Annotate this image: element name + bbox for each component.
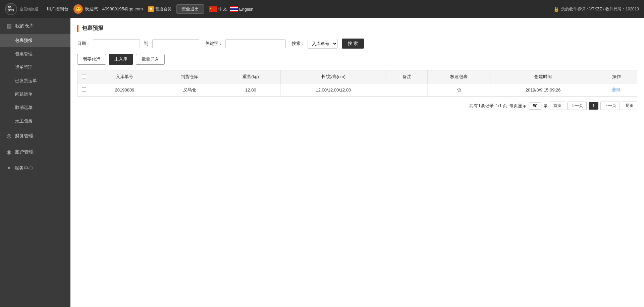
table-wrap: 入库单号 到货仓库 重量(kg) 长/宽/高(cm) 备注 极速包裹 创建时间 … <box>77 70 637 97</box>
sidebar-item-waybill-management[interactable]: 运单管理 <box>0 61 70 74</box>
row-dimensions: 12.00/12.00/12.00 <box>281 83 386 97</box>
delete-link-0[interactable]: 删除 <box>612 87 621 92</box>
next-page-button[interactable]: 下一页 <box>600 102 620 110</box>
keyword-input[interactable] <box>225 39 286 48</box>
finance-icon: ◎ <box>7 133 11 139</box>
th-checkbox <box>77 70 91 83</box>
prev-page-button[interactable]: 上一页 <box>567 102 587 110</box>
row-checkbox-cell <box>77 83 91 97</box>
parcel-table: 入库单号 到货仓库 重量(kg) 长/宽/高(cm) 备注 极速包裹 创建时间 … <box>77 70 637 97</box>
proxy-shipping-button[interactable]: 我要代运 <box>77 54 106 65</box>
sidebar-group-finance: ◎ 财务管理 <box>0 128 70 144</box>
logout-button[interactable]: 安全退出 <box>176 4 204 14</box>
sidebar-group-service-label: 服务中心 <box>14 165 33 171</box>
page-unit: 条 <box>543 103 548 109</box>
row-created-time: 2019/8/9 15:09:26 <box>490 83 596 97</box>
sidebar-item-unclaimed-parcel[interactable]: 无主包裹 <box>0 114 70 128</box>
control-label: 用户控制台 <box>47 6 68 12</box>
th-weight: 重量(kg) <box>221 70 281 83</box>
page-title: 包裹预报 <box>77 25 637 32</box>
lang-en-label: English <box>239 7 254 12</box>
sidebar-item-parcel-forecast[interactable]: 包裹预报 <box>0 34 70 47</box>
sidebar-item-shipped-waybill[interactable]: 已发货运单 <box>0 74 70 87</box>
page-size-label: 每页显示 <box>509 103 527 109</box>
sidebar-group-account-header[interactable]: ◉ 账户管理 <box>0 144 70 160</box>
flag-cn-icon <box>209 6 217 12</box>
current-page-button[interactable]: 1 <box>589 102 598 110</box>
th-remark: 备注 <box>386 70 428 83</box>
th-express: 极速包裹 <box>428 70 490 83</box>
search-type-label: 搜索： <box>292 41 305 47</box>
sidebar-item-unclaimed-parcel-label: 无主包裹 <box>15 118 33 123</box>
lang-cn-label: 中文 <box>218 6 227 12</box>
sidebar-item-shipped-waybill-label: 已发货运单 <box>15 78 37 83</box>
sidebar-group-warehouse-label: 我的仓库 <box>15 23 34 29</box>
main-content: 包裹预报 日期： 到 关键字： 搜索： 入库单号 搜 索 我要代运 未入库 批量… <box>70 18 644 307</box>
account-icon: ◉ <box>7 149 11 155</box>
lang-cn-button[interactable]: 中文 <box>209 6 227 12</box>
row-warehouse: 义乌仓 <box>158 83 221 97</box>
page-size-input[interactable] <box>529 102 541 110</box>
lang-en-button[interactable]: English <box>230 6 254 12</box>
sidebar-group-account-label: 账户管理 <box>15 149 34 155</box>
th-created-time: 创建时间 <box>490 70 596 83</box>
select-all-checkbox[interactable] <box>82 74 86 78</box>
logo-sub: 全景物流通 <box>20 7 38 12</box>
th-warehouse: 到货仓库 <box>158 70 221 83</box>
sidebar-item-waybill-management-label: 运单管理 <box>15 65 33 70</box>
page-info: 1/1 页 <box>496 103 507 109</box>
search-button[interactable]: 搜 索 <box>342 39 364 49</box>
not-in-warehouse-button[interactable]: 未入库 <box>109 54 133 65</box>
row-weight: 12.00 <box>221 83 281 97</box>
avatar-area: 🙂 欢迎您，409889195@qq.com <box>73 4 143 14</box>
date-to-input[interactable] <box>152 39 199 48</box>
sidebar-item-parcel-forecast-label: 包裹预报 <box>15 38 33 43</box>
search-bar: 日期： 到 关键字： 搜索： 入库单号 搜 索 <box>77 39 637 49</box>
date-to-label: 到 <box>144 41 148 47</box>
sidebar-group-warehouse-header[interactable]: ▤ 我的仓库 <box>0 18 70 34</box>
flag-th-icon <box>230 6 238 12</box>
receiver-text: 您的收件标识：VTKZZ / 收件代号：102010 <box>561 6 639 12</box>
sidebar-item-cancel-waybill[interactable]: 取消运单 <box>0 101 70 114</box>
avatar: 🙂 <box>73 4 83 14</box>
receiver-info: 🔒 您的收件标识：VTKZZ / 收件代号：102010 <box>553 6 639 12</box>
sidebar-group-service: ✦ 服务中心 <box>0 160 70 176</box>
sidebar-group-warehouse: ▤ 我的仓库 包裹预报 包裹管理 运单管理 已发货运单 问题运单 取消运单 <box>0 18 70 128</box>
batch-import-button[interactable]: 批量导入 <box>136 54 165 65</box>
layout: ▤ 我的仓库 包裹预报 包裹管理 运单管理 已发货运单 问题运单 取消运单 <box>0 18 644 307</box>
sidebar-item-parcel-management-label: 包裹管理 <box>15 51 33 56</box>
th-action: 操作 <box>596 70 637 83</box>
member-v: V <box>148 6 154 12</box>
member-label: 普通会员 <box>155 6 171 12</box>
warehouse-icon: ▤ <box>7 23 12 29</box>
row-checkbox-0[interactable] <box>82 87 86 91</box>
sidebar-item-parcel-management[interactable]: 包裹管理 <box>0 47 70 61</box>
sidebar-group-service-header[interactable]: ✦ 服务中心 <box>0 160 70 176</box>
service-icon: ✦ <box>7 165 11 171</box>
sidebar-group-finance-header[interactable]: ◎ 财务管理 <box>0 128 70 144</box>
row-express: 否 <box>428 83 490 97</box>
keyword-label: 关键字： <box>205 41 223 47</box>
lang-area: 中文 English <box>209 6 254 12</box>
last-page-button[interactable]: 尾页 <box>622 102 637 110</box>
sidebar-item-cancel-waybill-label: 取消运单 <box>15 105 33 110</box>
table-body: 20190809 义乌仓 12.00 12.00/12.00/12.00 否 2… <box>77 83 637 97</box>
table-row: 20190809 义乌仓 12.00 12.00/12.00/12.00 否 2… <box>77 83 637 97</box>
lock-icon: 🔒 <box>553 6 559 12</box>
date-label: 日期： <box>77 41 90 47</box>
logo-area: 56SYS 全景物流通 <box>5 3 38 15</box>
total-count: 共有1条记录 <box>469 103 493 109</box>
search-type-select[interactable]: 入库单号 <box>308 39 338 49</box>
first-page-button[interactable]: 首页 <box>550 102 565 110</box>
action-bar: 我要代运 未入库 批量导入 <box>77 54 637 65</box>
welcome-text: 欢迎您，409889195@qq.com <box>85 6 143 12</box>
date-from-input[interactable] <box>93 39 140 48</box>
sidebar-item-problem-waybill[interactable]: 问题运单 <box>0 87 70 101</box>
header: 56SYS 全景物流通 用户控制台 🙂 欢迎您，409889195@qq.com… <box>0 0 644 18</box>
sidebar-group-account: ◉ 账户管理 <box>0 144 70 160</box>
th-dimensions: 长/宽/高(cm) <box>281 70 386 83</box>
row-order-no: 20190809 <box>91 83 158 97</box>
pagination: 共有1条记录 1/1 页 每页显示 条 首页 上一页 1 下一页 尾页 <box>77 102 637 110</box>
th-order-no: 入库单号 <box>91 70 158 83</box>
logo-icon: 56SYS <box>5 3 17 15</box>
